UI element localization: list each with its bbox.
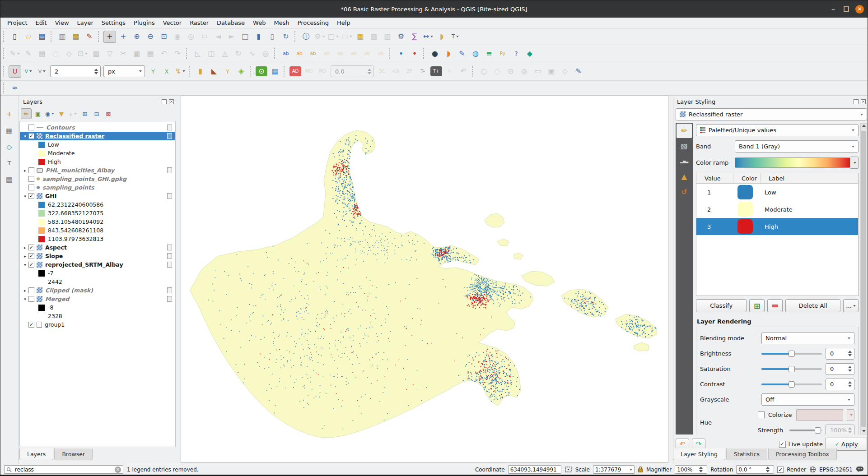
new-spatial-bookmark-button[interactable]: ▮	[252, 31, 265, 43]
layer-checkbox[interactable]	[28, 133, 34, 139]
osm-tiles-button[interactable]: ▦	[269, 65, 281, 78]
pyramids-tab-button[interactable]: ▲	[677, 170, 692, 184]
tab-statistics[interactable]: Statistics	[726, 448, 767, 460]
saturation-slider[interactable]	[761, 365, 822, 373]
layer-row-group1[interactable]: group1	[20, 320, 175, 329]
layer-checkbox[interactable]	[28, 193, 34, 199]
tab-processing-toolbox[interactable]: Processing Toolbox	[768, 448, 837, 460]
remove-value-button[interactable]	[767, 299, 783, 312]
collapse-all-button[interactable]: ⊟	[91, 108, 102, 119]
manage-map-themes-button[interactable]: ◉	[44, 108, 55, 119]
menu-project[interactable]: Project	[3, 18, 31, 27]
identify-features-button[interactable]: ⓘ	[300, 31, 313, 43]
globe-plugin-button[interactable]: ●	[429, 47, 441, 60]
layer-row-sampling-points[interactable]: sampling_points	[20, 183, 175, 192]
styling-undo-button[interactable]: ↶	[676, 439, 689, 450]
expand-arrow-icon[interactable]: ▸	[22, 288, 28, 293]
refresh-map-button[interactable]: ↻	[280, 31, 292, 43]
layers-panel-close-icon[interactable]: ×	[169, 99, 174, 104]
legend-item[interactable]: 583.105480194092	[20, 217, 175, 226]
form-annotation-button[interactable]: ▤	[3, 173, 16, 185]
menu-mesh[interactable]: Mesh	[270, 18, 293, 27]
classify-button[interactable]: Classify	[696, 299, 747, 312]
text-annotation-button[interactable]: T	[449, 31, 462, 43]
menu-plugins[interactable]: Plugins	[130, 18, 159, 27]
layer-row-phl-municities-albay[interactable]: ▸ PHL_municities_Albay	[20, 166, 175, 175]
layer-diagram-button[interactable]: ab	[293, 47, 306, 60]
legend-item[interactable]: 2328	[20, 312, 175, 320]
styling-panel-float-icon[interactable]	[854, 99, 859, 104]
value-row-high[interactable]: 3 High	[696, 218, 858, 235]
layer-checkbox[interactable]	[28, 167, 34, 173]
layer-row-reprojected-srtm-albay[interactable]: ▾ reprojected_SRTM_Albay	[20, 260, 175, 269]
delete-all-button[interactable]: Delete All	[785, 299, 840, 312]
blending-mode-dropdown[interactable]: Normal	[761, 332, 854, 344]
layer-checkbox[interactable]	[28, 185, 34, 190]
messages-icon[interactable]	[856, 466, 864, 473]
contrast-spinbox[interactable]: 0	[826, 379, 854, 390]
help-contents-button[interactable]: ?	[510, 47, 523, 60]
extents-toggle-icon[interactable]	[565, 466, 572, 473]
expand-arrow-icon[interactable]: ▸	[22, 254, 28, 259]
locator-search[interactable]: ✕	[4, 465, 123, 474]
search-input[interactable]	[14, 466, 112, 473]
move-annotation-button[interactable]: +	[3, 108, 16, 120]
legend-item-high[interactable]: High	[20, 157, 175, 166]
zoom-out-button[interactable]: ⊖	[144, 31, 157, 43]
layer-checkbox[interactable]	[28, 176, 34, 182]
remove-layer-group-button[interactable]: ⊠	[103, 108, 114, 119]
saturation-spinbox[interactable]: 0	[826, 363, 854, 375]
svg-annotation-button[interactable]: ◇	[3, 141, 16, 153]
layer-row-contours[interactable]: Contours	[20, 123, 175, 132]
expand-arrow-icon[interactable]: ▸	[22, 168, 28, 173]
layer-labeling-button[interactable]: ab	[280, 47, 292, 60]
web-globe-button[interactable]: ◍	[469, 47, 482, 60]
map-tips-button[interactable]: ◗	[435, 31, 448, 43]
snap-on-segment-button[interactable]: V	[36, 65, 48, 78]
snapping-on-intersection-button[interactable]: X	[160, 65, 173, 78]
collapse-arrow-icon[interactable]: ▾	[22, 194, 28, 199]
style-manager-button[interactable]: ✎	[83, 31, 96, 43]
quickosm-plugin-button[interactable]: ◗	[442, 47, 455, 60]
render-type-dropdown[interactable]: Paletted/Unique values	[696, 124, 859, 136]
legend-item[interactable]: -8	[20, 303, 175, 312]
magnifier-spinbox[interactable]: 100%	[675, 465, 707, 474]
topological-editing-button[interactable]: Y	[147, 65, 159, 78]
text-size-increase-button[interactable]: T+	[430, 66, 442, 76]
color-swatch[interactable]	[737, 185, 753, 199]
snapping-tolerance-spinbox[interactable]: 2	[50, 65, 101, 77]
layer-checkbox[interactable]	[28, 245, 34, 250]
menu-raster[interactable]: Raster	[186, 18, 213, 27]
new-project-button[interactable]: ▯	[9, 31, 21, 43]
value-row-moderate[interactable]: 2 Moderate	[696, 201, 858, 218]
georeferencer-button[interactable]: ✎	[456, 47, 468, 60]
layer-checkbox[interactable]	[28, 296, 34, 302]
styling-layer-selector[interactable]: Reclassified raster	[676, 108, 867, 120]
new-map-view-button[interactable]: □	[239, 31, 252, 43]
styling-scrollbar[interactable]	[860, 123, 867, 434]
save-project-button[interactable]: ▤	[36, 31, 48, 43]
follow-advanced-configuration-button[interactable]: ↯	[174, 65, 187, 78]
rotation-spinbox[interactable]: 0.0 °	[736, 465, 774, 474]
open-attribute-table-button[interactable]: ▦	[354, 31, 367, 43]
tab-layer-styling[interactable]: Layer Styling	[673, 448, 725, 460]
add-value-button[interactable]: ⊞	[749, 299, 765, 312]
expand-all-button[interactable]: ⊞	[79, 108, 90, 119]
menu-layer[interactable]: Layer	[73, 18, 98, 27]
legend-item[interactable]: -7	[20, 269, 175, 277]
layer-row-clipped-mask[interactable]: ▸ Clipped (mask)	[20, 286, 175, 295]
legend-item[interactable]: 843.542608261108	[20, 226, 175, 235]
styling-redo-button[interactable]: ↷	[692, 439, 705, 450]
python-console-button[interactable]: Py	[496, 47, 509, 60]
legend-item[interactable]: 322.668352127075	[20, 209, 175, 217]
show-layout-manager-button[interactable]: ▦	[70, 31, 82, 43]
menu-edit[interactable]: Edit	[31, 18, 51, 27]
layer-tools-button[interactable]: ≡	[483, 47, 495, 60]
snapping-units-dropdown[interactable]: px	[103, 65, 145, 77]
advanced-digitizing-dock-button[interactable]: AD	[289, 66, 301, 76]
render-checkbox[interactable]	[777, 467, 784, 473]
gps-information-button[interactable]: Y	[221, 65, 234, 78]
legend-item[interactable]: 2442	[20, 277, 175, 286]
legend-item-moderate[interactable]: Moderate	[20, 149, 175, 157]
crs-value[interactable]: EPSG:32651	[819, 467, 853, 473]
